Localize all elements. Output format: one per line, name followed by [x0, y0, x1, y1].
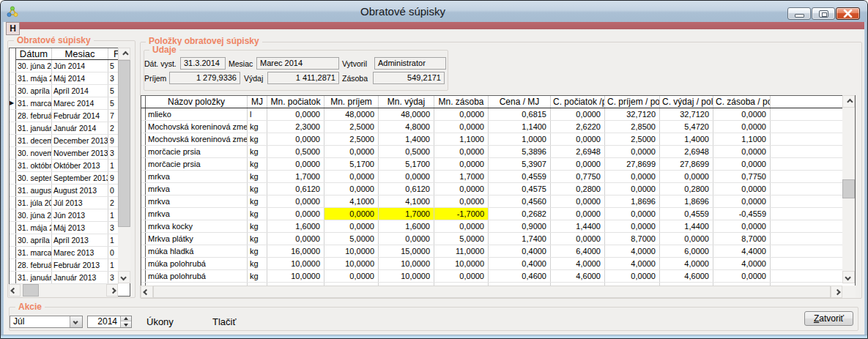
items-row[interactable]: mrkvakg0,61200,00000,61200,00000,45750,2… — [141, 183, 842, 195]
summaries-row[interactable]: 31. januára 2014Január 20142 — [10, 122, 119, 135]
items-row[interactable]: mrkvakg0,00004,10004,10000,00000,45600,0… — [141, 195, 842, 208]
summaries-row[interactable]: 30. júna 2014Jún 20145 — [10, 60, 119, 72]
items-row[interactable]: mliekol0,000048,000048,00000,00000,68150… — [141, 108, 842, 121]
header-mn_pociatok[interactable]: Mn. počiatok — [267, 96, 324, 108]
summaries-row[interactable]: 30. novembra 2013November 20133 — [10, 147, 119, 160]
spinner-up-button[interactable] — [121, 316, 131, 321]
scroll-down-button[interactable] — [118, 271, 130, 283]
cell-nazov: múka hladká — [146, 245, 248, 257]
app-icon — [7, 6, 18, 18]
spinner-down-button[interactable] — [121, 322, 131, 327]
minimize-button[interactable] — [787, 7, 811, 20]
summaries-row[interactable]: 31. januára 2013Január 20133 — [10, 272, 119, 284]
scroll-right-button[interactable] — [106, 284, 118, 297]
vytvoril-label: Vytvoril — [342, 59, 367, 68]
summaries-row[interactable]: 31. októbra 2013Október 20131 — [10, 160, 119, 172]
summaries-row[interactable]: 30. apríla 2014Apríl 20145 — [10, 85, 119, 97]
cell-c_prijem: 8,7000 — [605, 233, 660, 245]
tlacit-button[interactable]: Tlačiť — [212, 316, 236, 327]
items-row[interactable]: Mochovská koreninová zmeskg0,00002,50001… — [141, 133, 842, 146]
zasoba-field[interactable]: 549,2171 — [373, 72, 445, 84]
items-row[interactable]: múka hladkákg16,000010,000015,000011,000… — [141, 245, 842, 258]
summaries-row[interactable]: 31. mája 2013Máj 20133 — [10, 222, 119, 234]
ukony-button[interactable]: Úkony — [146, 316, 174, 327]
dat-vyst-field[interactable]: 31.3.2014 — [180, 57, 226, 70]
scroll-left-button[interactable] — [141, 286, 153, 298]
summaries-row[interactable]: 30. júna 2013Jún 20131 — [10, 209, 119, 222]
items-row[interactable]: mrkvakg1,70000,00000,00001,70000,45590,7… — [141, 171, 842, 183]
zatvorit-button[interactable]: Zatvoriť — [804, 311, 853, 326]
title-bar[interactable]: Obratové súpisky — [1, 1, 867, 22]
items-row[interactable]: Mrkva plátkykg0,00005,00000,00005,00001,… — [141, 233, 842, 245]
summaries-row[interactable]: 31. marca 2013Marec 20130 — [10, 247, 119, 259]
cell-c_pociatok: 0,0000 — [551, 233, 605, 245]
vydaj-field[interactable]: 1 411,2871 — [267, 72, 339, 84]
summaries-row[interactable]: 31. mája 2014Máj 20143 — [10, 72, 119, 85]
scroll-up-button[interactable] — [842, 95, 855, 108]
header-mn_prijem[interactable]: Mn. príjem — [324, 96, 379, 108]
scroll-right-button[interactable] — [831, 286, 842, 298]
items-row[interactable]: mrkva kockykg1,60000,00001,60000,00000,9… — [141, 220, 842, 233]
cell-datum: 30. novembra 2013 — [16, 147, 52, 159]
header-cena_mj[interactable]: Cena / MJ — [489, 96, 551, 108]
scroll-left-button[interactable] — [9, 284, 21, 297]
header-mj[interactable]: MJ — [248, 96, 267, 108]
cell-f: 3 — [108, 147, 119, 159]
scroll-thumb[interactable] — [23, 284, 39, 297]
cell-filler — [771, 245, 842, 257]
items-row[interactable]: Mochovská koreninová zmeskg2,30002,50004… — [141, 121, 842, 133]
header-c_pociatok[interactable]: C. počiatok /pol — [551, 96, 605, 108]
close-button[interactable] — [836, 7, 860, 20]
h-button[interactable]: H — [6, 22, 20, 35]
summaries-vscrollbar[interactable] — [118, 48, 130, 283]
summaries-row[interactable]: 30. apríla 2013Apríl 20131 — [10, 234, 119, 247]
prijem-field[interactable]: 1 279,9336 — [169, 72, 240, 84]
header-c_prijem[interactable]: C. príjem / pol — [605, 96, 660, 108]
items-row[interactable]: múka polohrubákg10,000010,000010,000010,… — [141, 258, 842, 270]
header-c_zasoba[interactable]: C. zásoba / pol — [713, 96, 771, 108]
scroll-thumb[interactable] — [153, 286, 831, 298]
header-datum[interactable]: Dátum — [16, 48, 52, 59]
combobox-dropdown-button[interactable] — [70, 316, 82, 327]
summaries-hscrollbar[interactable] — [9, 284, 118, 297]
scroll-up-button[interactable] — [118, 48, 130, 60]
items-row[interactable]: múka polohrubákg10,00000,000010,00000,00… — [141, 270, 842, 283]
cell-c_prijem: 0,0000 — [605, 183, 660, 195]
header-mesiac[interactable]: Mesiac — [52, 48, 108, 59]
cell-mj: kg — [248, 183, 267, 195]
header-mn_zasoba[interactable]: Mn. zásoba — [434, 96, 489, 108]
items-row[interactable]: morčacie prsiakg0,50000,00000,50000,0000… — [141, 146, 842, 158]
summaries-row[interactable]: 30. septembra 2013September 20139 — [10, 172, 119, 185]
header-nazov[interactable]: Názov položky — [146, 96, 248, 108]
scroll-thumb[interactable] — [842, 179, 855, 198]
cell-cena_mj: 5,3907 — [489, 158, 551, 170]
items-row[interactable]: morčacie prsiakg0,00005,17005,17000,0000… — [141, 158, 842, 171]
scroll-down-button[interactable] — [842, 271, 855, 283]
summaries-row[interactable]: 31. augusta 2013August 20130 — [10, 185, 119, 197]
year-spinner[interactable]: 2014 — [87, 316, 132, 328]
summaries-row[interactable]: 31. decembra 2013December 20139 — [10, 135, 119, 147]
cell-mn_pociatok: 0,0000 — [267, 133, 324, 145]
scroll-thumb[interactable] — [118, 60, 130, 227]
items-hscrollbar[interactable] — [141, 286, 856, 298]
month-combobox[interactable]: Júl — [10, 316, 83, 328]
summaries-row[interactable]: 28. februára 2013Február 20131 — [10, 259, 119, 272]
summaries-row[interactable]: ▶31. marca 2014Marec 20145 — [10, 97, 119, 110]
summaries-row[interactable]: 31. júla 2013Júl 20132 — [10, 197, 119, 209]
cell-mn_pociatok: 2,3000 — [267, 121, 324, 133]
cell-mn_vydaj: 48,0000 — [379, 108, 434, 120]
cell-c_pociatok: 4,6000 — [551, 270, 605, 282]
cell-mn_zasoba: 0,0000 — [434, 108, 489, 120]
vytvoril-field[interactable]: Administrator — [374, 57, 446, 70]
items-row[interactable]: mrkvakg0,00000,00001,7000-1,70000,26820,… — [141, 208, 842, 220]
cell-mn_prijem: 0,0000 — [324, 208, 379, 220]
header-c_vydaj[interactable]: C. výdaj / pol — [660, 96, 713, 108]
header-mn_vydaj[interactable]: Mn. výdaj — [379, 96, 434, 108]
dat-vyst-label: Dát. vyst. — [144, 59, 177, 68]
mesiac-field[interactable]: Marec 2014 — [256, 57, 339, 70]
summaries-row[interactable]: 28. februára 2014Február 20147 — [10, 110, 119, 122]
restore-button[interactable] — [812, 7, 835, 20]
row-selector-cell — [10, 185, 16, 196]
cell-mn_vydaj: 4,8000 — [379, 121, 434, 133]
items-vscrollbar[interactable] — [842, 95, 855, 283]
